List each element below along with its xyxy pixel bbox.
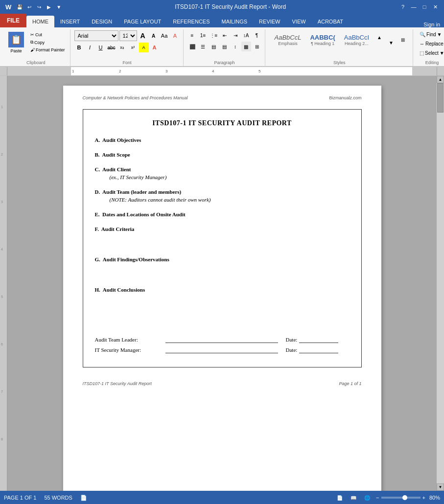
save-icon[interactable]: 💾 [16, 3, 23, 11]
status-bar: PAGE 1 OF 1 55 WORDS 📄 📄 📖 🌐 − + 80% [0, 491, 444, 504]
zoom-plus[interactable]: + [422, 495, 425, 501]
text-highlight-btn[interactable]: A [139, 43, 149, 52]
font-row-1: Arial 12 A A Aa A [74, 30, 180, 41]
close-btn[interactable]: ✕ [430, 2, 440, 12]
font-color-btn[interactable]: A [150, 43, 160, 52]
bold-btn[interactable]: B [74, 43, 84, 52]
increase-indent-btn[interactable]: ⇥ [231, 30, 240, 40]
redo2-icon[interactable]: ▶ [45, 3, 53, 11]
styles-label: Styles [269, 59, 410, 65]
print-layout-btn[interactable]: 📄 [335, 494, 345, 502]
tab-review[interactable]: REVIEW [253, 16, 286, 27]
line-spacing-btn[interactable]: ↕ [231, 42, 240, 51]
zoom-track[interactable] [381, 497, 421, 499]
ruler-gray-right [412, 67, 437, 75]
zoom-level[interactable]: 80% [429, 495, 440, 501]
customize-icon[interactable]: ▼ [55, 3, 63, 11]
ribbon-tabs: FILE HOME INSERT DESIGN PAGE LAYOUT REFE… [0, 14, 444, 27]
clear-format-btn[interactable]: A [170, 31, 180, 41]
sig-date-line-2 [299, 347, 338, 353]
help-btn[interactable]: ? [398, 2, 408, 12]
style-heading1[interactable]: AABBC( ¶ Heading 1 [306, 32, 338, 47]
word-count: 55 WORDS [44, 495, 72, 501]
shading-btn[interactable]: ▩ [241, 42, 251, 51]
section-h-heading: H. Audit Conclusions [95, 287, 350, 293]
scroll-up-btn[interactable]: ▲ [437, 76, 444, 83]
format-painter-button[interactable]: 🖌 Format Painter [28, 46, 67, 53]
zoom-slider[interactable]: − + [376, 495, 425, 501]
read-mode-btn[interactable]: 📖 [349, 494, 358, 502]
scroll-down-btn[interactable]: ▼ [437, 483, 444, 491]
editing-label: Editing [417, 59, 444, 65]
subscript-btn[interactable]: x₂ [117, 43, 127, 52]
tab-references[interactable]: REFERENCES [167, 16, 215, 27]
tab-page-layout[interactable]: PAGE LAYOUT [118, 16, 167, 27]
ruler-body: 1 2 3 4 5 [7, 67, 437, 75]
tab-mailings[interactable]: MAILINGS [216, 16, 254, 27]
section-b-heading: B. Audit Scope [95, 152, 350, 158]
multilevel-btn[interactable]: ⋮≡ [209, 30, 219, 40]
change-case-btn[interactable]: Aa [160, 31, 169, 41]
italic-btn[interactable]: I [85, 43, 95, 52]
undo-icon[interactable]: ↩ [25, 3, 33, 11]
ruler-gray-left [7, 67, 71, 75]
style-heading2[interactable]: AaBbCcI Heading 2... [341, 32, 373, 47]
tab-view[interactable]: VIEW [286, 16, 312, 27]
proof-icon[interactable]: 📄 [80, 495, 87, 501]
ruler-mark-4: 4 [212, 69, 214, 73]
justify-btn[interactable]: ▤ [220, 42, 230, 51]
borders-btn[interactable]: ⊞ [252, 42, 262, 51]
word-icon: W [4, 3, 13, 11]
scroll-thumb[interactable] [437, 83, 444, 113]
maximize-btn[interactable]: □ [420, 2, 429, 12]
find-button[interactable]: 🔍 Find ▼ [417, 30, 444, 39]
font-shrink-btn[interactable]: A [149, 31, 159, 41]
tab-insert[interactable]: INSERT [54, 16, 86, 27]
superscript-btn[interactable]: x² [128, 43, 138, 52]
font-size-select[interactable]: 12 [119, 30, 137, 41]
tab-home[interactable]: HOME [26, 16, 54, 27]
section-f-heading: F. Audit Criteria [95, 226, 350, 232]
clipboard-right: ✂ Cut ⧉ Copy 🖌 Format Painter [28, 30, 67, 53]
font-name-select[interactable]: Arial [74, 30, 118, 41]
font-grow-btn[interactable]: A [138, 31, 148, 41]
cut-button[interactable]: ✂ Cut [28, 31, 67, 38]
strikethrough-btn[interactable]: abc [107, 43, 117, 52]
sig-row-1: Audit Team Leader: Date: [95, 337, 350, 343]
show-marks-btn[interactable]: ¶ [252, 30, 262, 40]
styles-scroll-down[interactable]: ▼ [386, 38, 396, 47]
style-emphasis[interactable]: AaBbCcL Emphasis [271, 32, 305, 47]
sig-date-label-1: Date: [286, 337, 298, 343]
styles-more[interactable]: ⊞ [398, 35, 408, 45]
sign-in-link[interactable]: Sign in [423, 22, 444, 27]
bullets-btn[interactable]: ≡ [187, 30, 197, 40]
underline-btn[interactable]: U [96, 43, 106, 52]
align-right-btn[interactable]: ▤ [209, 42, 219, 51]
zoom-minus[interactable]: − [376, 495, 379, 501]
ruler-left-margin [0, 67, 7, 75]
content-area[interactable]: Computer & Network Policies and Procedur… [7, 76, 437, 491]
paste-button[interactable]: 📋 Paste [5, 30, 27, 55]
align-center-btn[interactable]: ☰ [198, 42, 208, 51]
styles-scroll-up[interactable]: ▲ [374, 32, 384, 42]
scroll-track[interactable] [437, 83, 444, 483]
sig-row-2: IT Security Manager: Date: [95, 347, 350, 353]
redo-icon[interactable]: ↪ [35, 3, 43, 11]
replace-button[interactable]: ↔ Replace [417, 40, 444, 48]
section-b: B. Audit Scope [95, 152, 350, 158]
tab-acrobat[interactable]: ACROBAT [312, 16, 349, 27]
minimize-btn[interactable]: — [409, 2, 419, 12]
numbering-btn[interactable]: 1≡ [198, 30, 208, 40]
select-button[interactable]: ⬚ Select ▼ [417, 49, 444, 57]
zoom-thumb[interactable] [402, 495, 407, 500]
tab-design[interactable]: DESIGN [86, 16, 118, 27]
web-layout-btn[interactable]: 🌐 [362, 494, 372, 502]
decrease-indent-btn[interactable]: ⇤ [220, 30, 230, 40]
copy-button[interactable]: ⧉ Copy [28, 39, 67, 46]
page-header: Computer & Network Policies and Procedur… [63, 86, 381, 104]
page-body[interactable]: ITSD107-1 IT SECURITY AUDIT REPORT A. Au… [63, 104, 381, 377]
tab-file[interactable]: FILE [0, 14, 26, 27]
styles-gallery: AaBbCcL Emphasis AABBC( ¶ Heading 1 AaBb… [269, 30, 410, 49]
sort-btn[interactable]: ↕A [241, 30, 251, 40]
align-left-btn[interactable]: ⬛ [187, 42, 197, 51]
